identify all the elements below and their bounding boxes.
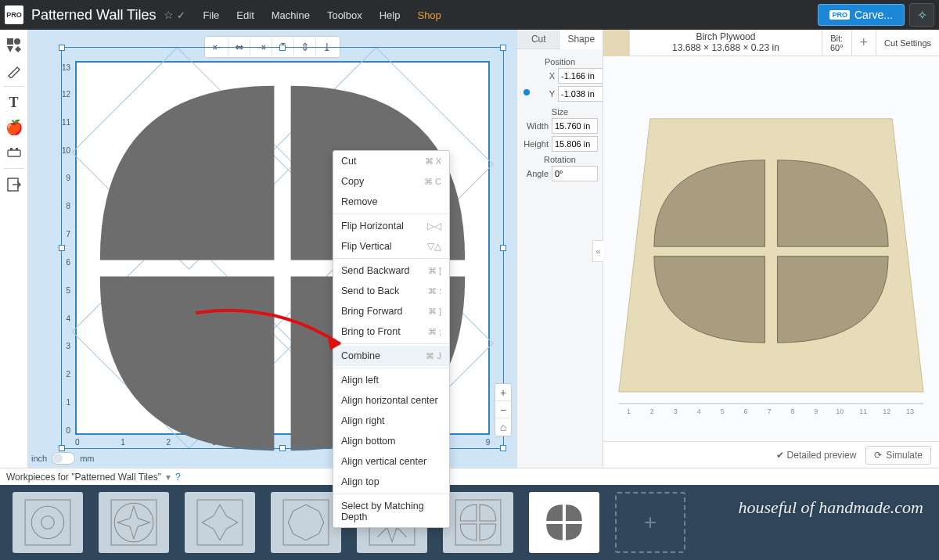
tab-cut[interactable]: Cut	[517, 30, 560, 49]
workpiece-tile[interactable]	[13, 492, 83, 553]
menu-toolbox[interactable]: Toolbox	[327, 9, 362, 21]
flip-v-icon: ▽△	[427, 241, 441, 252]
ctx-align-top[interactable]: Align top	[333, 472, 449, 492]
preview-render: 123 456 789 101112 13	[603, 56, 939, 439]
bit-cell[interactable]: Bit:60°	[822, 30, 851, 56]
svg-marker-3	[15, 46, 21, 52]
menu-shop[interactable]: Shop	[417, 9, 441, 21]
align-right-button[interactable]: ⇥	[250, 38, 272, 56]
refresh-icon: ⟳	[874, 450, 882, 461]
ctx-align-vcenter[interactable]: Align vertical center	[333, 451, 449, 472]
workpiece-tile-active[interactable]	[529, 492, 599, 553]
workpiece-add[interactable]: +	[615, 492, 685, 553]
material-swatch[interactable]	[603, 30, 630, 56]
ctx-copy[interactable]: Copy⌘ C	[333, 171, 449, 192]
workpieces-bar: +	[0, 485, 939, 560]
svg-point-25	[41, 516, 55, 529]
ctx-align-right[interactable]: Align right	[333, 411, 449, 431]
svg-text:5: 5	[721, 407, 725, 415]
saved-check-icon: ✓	[177, 9, 185, 21]
ctx-remove[interactable]: Remove	[333, 192, 449, 212]
project-title: Patterned Wall Tiles	[31, 7, 156, 23]
zoom-controls: + − ⌂	[495, 383, 512, 436]
svg-rect-4	[8, 150, 20, 156]
svg-rect-30	[283, 500, 329, 545]
carve-button[interactable]: PRO Carve...	[818, 4, 905, 26]
preview-3d[interactable]: 123 456 789 101112 13	[603, 56, 939, 441]
simulate-button[interactable]: ⟳Simulate	[865, 446, 931, 465]
svg-text:1: 1	[627, 407, 631, 415]
ctx-align-left[interactable]: Align left	[333, 370, 449, 390]
svg-text:3: 3	[674, 407, 678, 415]
properties-panel: Cut Shape Position X Y Size Width Height…	[516, 30, 603, 468]
workpiece-tile[interactable]	[99, 492, 169, 553]
ctx-combine[interactable]: Combine⌘ J	[333, 346, 449, 366]
align-toolbar: ⇤ ⇔ ⇥ ⤒ ⇕ ⤓	[204, 36, 340, 58]
svg-text:10: 10	[836, 407, 844, 415]
ctx-align-bottom[interactable]: Align bottom	[333, 431, 449, 451]
menu-edit[interactable]: Edit	[236, 9, 254, 21]
menu-file[interactable]: File	[203, 9, 219, 21]
ctx-align-hcenter[interactable]: Align horizontal center	[333, 390, 449, 411]
workpiece-tile[interactable]	[443, 492, 513, 553]
star-icon[interactable]: ☆	[164, 9, 174, 21]
ctx-send-backward[interactable]: Send Backward⌘ [	[333, 260, 449, 281]
pen-tool[interactable]	[3, 59, 25, 81]
svg-point-24	[31, 506, 63, 538]
context-menu: Cut⌘ X Copy⌘ C Remove Flip Horizontal▷◁ …	[333, 150, 450, 528]
material-info[interactable]: Birch Plywood 13.688 × 13.688 × 0.23 in	[630, 32, 822, 54]
svg-rect-33	[455, 500, 501, 545]
ctx-flip-h[interactable]: Flip Horizontal▷◁	[333, 216, 449, 236]
align-vcenter-button[interactable]: ⇕	[294, 38, 316, 56]
collapse-preview-button[interactable]: «	[592, 240, 603, 262]
angle-input[interactable]	[552, 166, 598, 181]
tab-shape[interactable]: Shape	[560, 30, 603, 49]
svg-text:8: 8	[790, 407, 794, 415]
height-input[interactable]	[552, 136, 598, 152]
text-tool[interactable]: T	[3, 92, 25, 113]
cut-settings-button[interactable]: Cut Settings	[876, 30, 939, 56]
workpiece-tile[interactable]	[185, 492, 255, 553]
align-top-button[interactable]: ⤒	[272, 38, 294, 56]
ctx-send-back[interactable]: Send to Back⌘ :	[333, 281, 449, 301]
align-hcenter-button[interactable]: ⇔	[228, 38, 250, 56]
svg-text:11: 11	[859, 407, 867, 415]
sect-rotation: Rotation	[522, 155, 598, 164]
ctx-cut[interactable]: Cut⌘ X	[333, 151, 449, 171]
add-bit-button[interactable]: +	[851, 30, 876, 56]
svg-rect-6	[16, 148, 18, 150]
svg-text:6: 6	[744, 407, 748, 415]
carve-label: Carve...	[854, 9, 893, 21]
svg-rect-28	[197, 500, 243, 545]
shapes-tool[interactable]	[3, 34, 25, 56]
workpiece-tile[interactable]	[271, 492, 341, 553]
align-left-button[interactable]: ⇤	[207, 38, 228, 56]
ctx-select-matching[interactable]: Select by Matching Depth	[333, 496, 449, 527]
unit-toggle[interactable]: inch mm	[31, 452, 95, 465]
ctx-flip-v[interactable]: Flip Vertical▽△	[333, 236, 449, 257]
pro-badge: PRO	[829, 10, 850, 20]
apps-tool[interactable]: 🍎	[3, 117, 25, 138]
menu-help[interactable]: Help	[380, 9, 401, 21]
zoom-in-button[interactable]: +	[495, 384, 511, 401]
import-tool[interactable]	[3, 174, 25, 196]
svg-text:13: 13	[906, 407, 914, 415]
ctx-bring-front[interactable]: Bring to Front⌘ ;	[333, 321, 449, 342]
ctx-bring-forward[interactable]: Bring Forward⌘ ]	[333, 301, 449, 321]
sect-size: Size	[522, 107, 598, 117]
zoom-home-button[interactable]: ⌂	[495, 418, 511, 436]
svg-rect-5	[10, 148, 13, 150]
menu-machine[interactable]: Machine	[272, 9, 310, 21]
align-bottom-button[interactable]: ⤓	[316, 38, 338, 56]
detailed-preview-toggle[interactable]: ✔ Detailed preview	[776, 450, 856, 461]
svg-text:4: 4	[697, 407, 701, 415]
unit-mm: mm	[80, 454, 94, 463]
unit-switch[interactable]	[52, 452, 75, 465]
svg-text:2: 2	[650, 407, 654, 415]
lego-tool[interactable]	[3, 142, 25, 163]
svg-text:9: 9	[814, 407, 818, 415]
tool-column: T 🍎	[0, 30, 28, 468]
view-toggle-button[interactable]: ✧	[909, 3, 934, 27]
width-input[interactable]	[552, 118, 598, 134]
zoom-out-button[interactable]: −	[495, 401, 511, 418]
